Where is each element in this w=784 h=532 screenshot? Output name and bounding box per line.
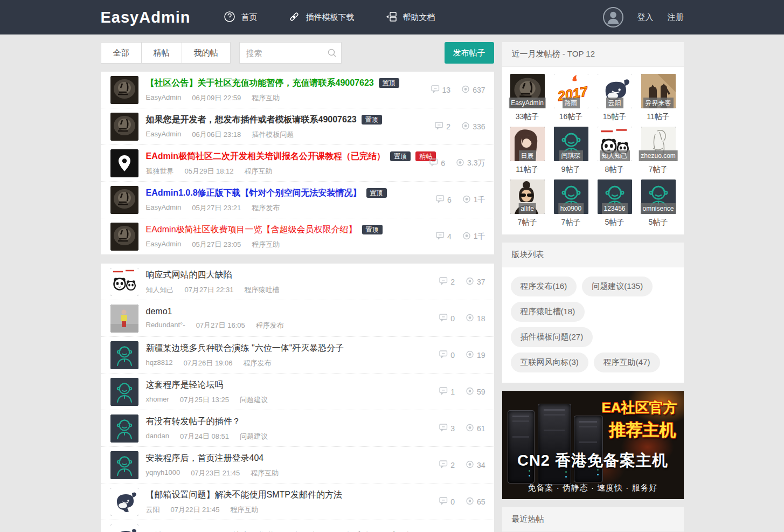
post-date: 07月23日 21:45 xyxy=(191,468,240,478)
search-input[interactable] xyxy=(239,42,342,64)
site-logo[interactable]: EasyAdmin xyxy=(101,9,191,26)
post-title[interactable]: 有没有转发帖子的插件？ xyxy=(146,416,241,427)
nav-item-docs[interactable]: 帮助文档 xyxy=(385,11,435,24)
post-date: 05月27日 23:05 xyxy=(192,240,241,250)
post-author[interactable]: 云阳 xyxy=(146,505,160,515)
post-title[interactable]: EAdmin1.0.8修正版下载【针对个别空间无法安装情况】 xyxy=(146,188,362,199)
post-avatar[interactable] xyxy=(110,223,138,251)
post-category[interactable]: 程序互助 xyxy=(231,505,259,515)
post-title[interactable]: 如果您是开发者，想发布插件或者模板请联系49007623 xyxy=(146,114,357,126)
post-title[interactable]: 这套程序是轻论坛吗 xyxy=(146,379,224,391)
board-tag[interactable]: 插件模板问题(27) xyxy=(511,327,593,347)
post-row[interactable]: 有没有转发帖子的插件？ dandan 07月24日 08:51 问题建议 xyxy=(101,410,494,446)
post-avatar[interactable] xyxy=(110,186,138,214)
top-user-post-count: 9帖子 xyxy=(553,165,589,175)
post-row[interactable]: 响应式网站的四大缺陷 知人知己 07月27日 22:31 程序猿吐槽 xyxy=(101,264,494,300)
new-post-button[interactable]: 发布帖子 xyxy=(445,42,494,64)
register-link[interactable]: 注册 xyxy=(668,12,684,23)
post-category[interactable]: 问题建议 xyxy=(240,432,268,441)
post-title[interactable]: 【社区公告】关于社区充值功能暂停，充值请联系49007623 xyxy=(146,78,374,89)
top-user[interactable]: 闫琪琛 9帖子 xyxy=(553,127,589,175)
post-row[interactable]: 【社区公告】关于社区充值功能暂停，充值请联系49007623 置顶 EasyAd… xyxy=(101,72,494,108)
post-category[interactable]: 插件模板问题 xyxy=(252,130,294,140)
top-user[interactable]: 知人知己 8帖子 xyxy=(597,127,633,175)
top-user[interactable]: EasyAdmin 33帖子 xyxy=(510,74,545,122)
filter-tab[interactable]: 我的帖 xyxy=(182,42,231,64)
top-user[interactable]: allife 7帖子 xyxy=(510,179,545,227)
board-tag[interactable]: 互联网风向标(3) xyxy=(511,353,588,372)
post-avatar[interactable] xyxy=(110,378,138,406)
post-avatar[interactable] xyxy=(110,341,138,369)
post-author[interactable]: xhomer xyxy=(146,395,169,405)
user-avatar[interactable] xyxy=(603,7,623,27)
post-author[interactable]: EasyAdmin xyxy=(146,240,182,250)
comment-icon xyxy=(439,350,448,360)
post-avatar[interactable] xyxy=(110,76,138,104)
ad-banner[interactable]: EA社区官方 推荐主机 CN2 香港免备案主机 免备案 · 伪静态 · 速度快 … xyxy=(502,391,684,499)
post-author[interactable]: EasyAdmin xyxy=(146,130,182,140)
post-category[interactable]: 问题建议 xyxy=(240,395,268,405)
post-author[interactable]: hqz8812 xyxy=(146,358,173,368)
post-row[interactable]: EAdmin1.0.8修正版下载【针对个别空间无法安装情况】 置顶 EasyAd… xyxy=(101,181,494,218)
post-avatar[interactable] xyxy=(110,488,138,516)
post-category[interactable]: 程序互助 xyxy=(245,167,273,176)
filter-tab[interactable]: 精帖 xyxy=(141,42,182,64)
post-category[interactable]: 程序发布 xyxy=(256,321,284,330)
post-row[interactable]: 【邮箱设置问题】解决不能使用SMTP发邮件的方法 云阳 07月22日 21:45… xyxy=(101,483,494,520)
post-row[interactable]: 【社区功能扩展插件】关注、收藏、打赏、点赞、倒序看帖、只看楼主 xyxy=(101,520,494,532)
post-row[interactable]: EAdmin极简社区二次开发相关培训报名公开课教程（已完结） 置顶 精帖 孤独世… xyxy=(101,144,494,181)
post-category[interactable]: 程序发布 xyxy=(252,203,280,213)
post-title[interactable]: 响应式网站的四大缺陷 xyxy=(146,270,232,281)
post-category[interactable]: 程序互助 xyxy=(251,468,279,478)
post-category[interactable]: 程序发布 xyxy=(243,358,271,368)
top-user[interactable]: 云阳 15帖子 xyxy=(597,74,633,122)
board-tag[interactable]: 程序发布(16) xyxy=(511,277,577,296)
view-count: 1千 xyxy=(462,231,485,241)
post-category[interactable]: 程序互助 xyxy=(252,240,280,250)
top-user[interactable]: hx0900 7帖子 xyxy=(553,179,589,227)
post-author[interactable]: yqnyh1000 xyxy=(146,468,181,478)
post-row[interactable]: 这套程序是轻论坛吗 xhomer 07月25日 13:25 问题建议 xyxy=(101,373,494,410)
post-title[interactable]: 【邮箱设置问题】解决不能使用SMTP发邮件的方法 xyxy=(146,489,342,501)
top-user[interactable]: 123456 5帖子 xyxy=(597,179,633,227)
post-author[interactable]: EasyAdmin xyxy=(146,93,182,103)
nav-label: 首页 xyxy=(241,12,257,23)
post-title[interactable]: EAdmin极简社区二次开发相关培训报名公开课教程（已完结） xyxy=(146,151,385,162)
top-user[interactable]: zhezuo.com 7帖子 xyxy=(641,127,676,175)
post-category[interactable]: 程序互助 xyxy=(252,93,280,103)
post-category[interactable]: 程序猿吐槽 xyxy=(245,285,280,295)
nav-item-plugins[interactable]: 插件模板下载 xyxy=(288,11,354,24)
post-avatar[interactable] xyxy=(110,113,138,141)
link-icon xyxy=(288,11,300,24)
top-user[interactable]: 日辰 11帖子 xyxy=(510,127,545,175)
top-user[interactable]: 2017 路雨 16帖子 xyxy=(553,74,589,122)
post-row[interactable]: 新疆某边境多兵种联合演练 "六位一体"歼灭暴恐分子 hqz8812 07月26日… xyxy=(101,336,494,373)
post-avatar[interactable] xyxy=(110,149,138,177)
post-author[interactable]: 知人知己 xyxy=(146,285,174,295)
nav-item-home[interactable]: 首页 xyxy=(224,11,257,24)
post-avatar[interactable] xyxy=(110,305,138,333)
post-avatar[interactable] xyxy=(110,451,138,479)
post-row[interactable]: EAdmin极简社区收费项目一览【含超级会员权限介绍】 置顶 EasyAdmin… xyxy=(101,218,494,254)
post-title[interactable]: 安装程序后，首页注册登录404 xyxy=(146,453,264,464)
post-avatar[interactable] xyxy=(110,524,138,532)
post-row[interactable]: demo1 Redundant°- 07月27日 16:05 程序发布 xyxy=(101,300,494,336)
post-avatar[interactable] xyxy=(110,414,138,443)
post-row[interactable]: 如果您是开发者，想发布插件或者模板请联系49007623 置顶 EasyAdmi… xyxy=(101,108,494,144)
board-tag[interactable]: 问题建议(135) xyxy=(582,277,653,296)
post-title[interactable]: EAdmin极简社区收费项目一览【含超级会员权限介绍】 xyxy=(146,224,357,236)
top-user[interactable]: omnisence 5帖子 xyxy=(641,179,676,227)
post-author[interactable]: 孤独世界 xyxy=(146,167,174,176)
top-user[interactable]: 异界来客 11帖子 xyxy=(641,74,676,122)
post-author[interactable]: EasyAdmin xyxy=(146,203,182,213)
post-title[interactable]: 新疆某边境多兵种联合演练 "六位一体"歼灭暴恐分子 xyxy=(146,343,344,354)
board-tag[interactable]: 程序猿吐槽(18) xyxy=(511,302,585,322)
filter-tab[interactable]: 全部 xyxy=(101,42,142,64)
post-author[interactable]: Redundant°- xyxy=(146,321,185,330)
post-avatar[interactable] xyxy=(110,268,138,296)
post-title[interactable]: demo1 xyxy=(146,307,172,316)
login-link[interactable]: 登入 xyxy=(637,12,654,23)
board-tag[interactable]: 程序互助(47) xyxy=(594,353,660,372)
post-author[interactable]: dandan xyxy=(146,432,169,441)
post-row[interactable]: 安装程序后，首页注册登录404 yqnyh1000 07月23日 21:45 程… xyxy=(101,446,494,483)
